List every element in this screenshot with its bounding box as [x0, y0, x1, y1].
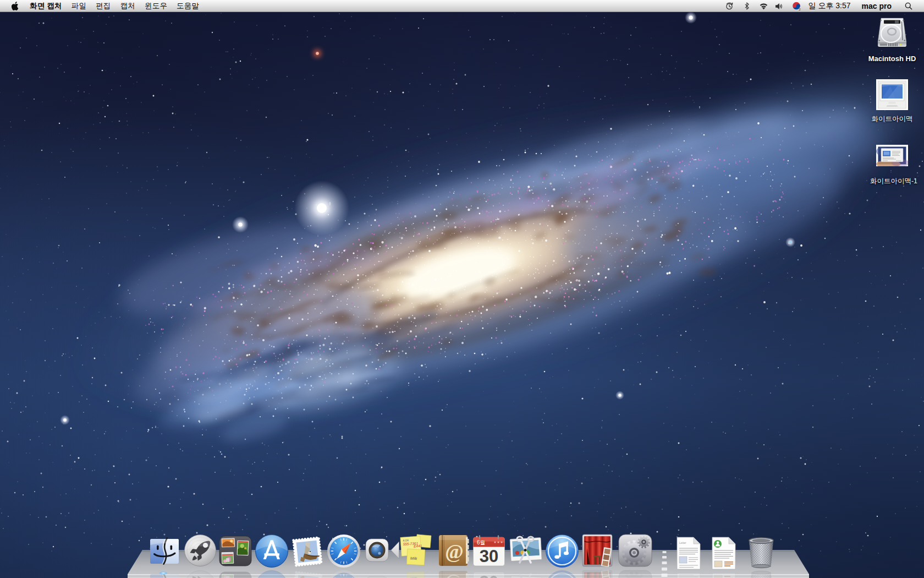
svg-text:30: 30 — [480, 547, 498, 566]
svg-text:@: @ — [445, 541, 464, 563]
svg-text:Letter: Letter — [679, 541, 686, 544]
svg-text:30: 30 — [480, 572, 498, 578]
svg-text:2: 2 — [799, 7, 801, 10]
svg-text:6월: 6월 — [477, 539, 486, 546]
svg-text:@: @ — [445, 574, 464, 578]
svg-text:Milk: Milk — [410, 556, 417, 560]
svg-text:E441: E441 — [414, 544, 422, 548]
